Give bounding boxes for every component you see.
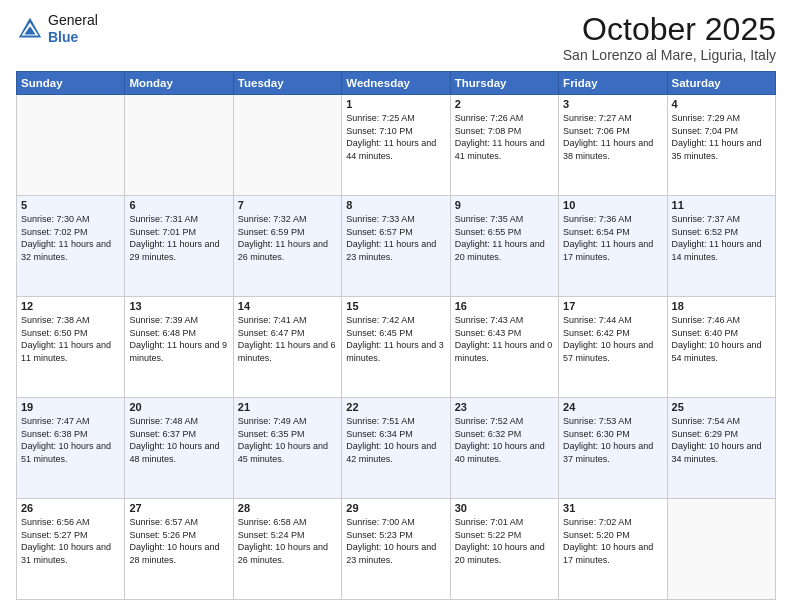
day-number: 11	[672, 199, 771, 211]
cell-info: Sunrise: 7:36 AM Sunset: 6:54 PM Dayligh…	[563, 213, 662, 263]
logo: General Blue	[16, 12, 98, 46]
table-row: 29Sunrise: 7:00 AM Sunset: 5:23 PM Dayli…	[342, 499, 450, 600]
table-row	[17, 95, 125, 196]
day-number: 15	[346, 300, 445, 312]
table-row: 10Sunrise: 7:36 AM Sunset: 6:54 PM Dayli…	[559, 196, 667, 297]
day-number: 25	[672, 401, 771, 413]
cell-info: Sunrise: 7:26 AM Sunset: 7:08 PM Dayligh…	[455, 112, 554, 162]
cell-info: Sunrise: 7:47 AM Sunset: 6:38 PM Dayligh…	[21, 415, 120, 465]
calendar-week-5: 26Sunrise: 6:56 AM Sunset: 5:27 PM Dayli…	[17, 499, 776, 600]
cell-info: Sunrise: 7:31 AM Sunset: 7:01 PM Dayligh…	[129, 213, 228, 263]
col-tuesday: Tuesday	[233, 72, 341, 95]
cell-info: Sunrise: 7:53 AM Sunset: 6:30 PM Dayligh…	[563, 415, 662, 465]
col-thursday: Thursday	[450, 72, 558, 95]
table-row: 11Sunrise: 7:37 AM Sunset: 6:52 PM Dayli…	[667, 196, 775, 297]
col-monday: Monday	[125, 72, 233, 95]
day-number: 31	[563, 502, 662, 514]
table-row: 14Sunrise: 7:41 AM Sunset: 6:47 PM Dayli…	[233, 297, 341, 398]
cell-info: Sunrise: 7:46 AM Sunset: 6:40 PM Dayligh…	[672, 314, 771, 364]
cell-info: Sunrise: 7:39 AM Sunset: 6:48 PM Dayligh…	[129, 314, 228, 364]
logo-general: General	[48, 12, 98, 29]
day-number: 28	[238, 502, 337, 514]
day-number: 20	[129, 401, 228, 413]
table-row: 21Sunrise: 7:49 AM Sunset: 6:35 PM Dayli…	[233, 398, 341, 499]
calendar-header-row: Sunday Monday Tuesday Wednesday Thursday…	[17, 72, 776, 95]
col-wednesday: Wednesday	[342, 72, 450, 95]
table-row: 13Sunrise: 7:39 AM Sunset: 6:48 PM Dayli…	[125, 297, 233, 398]
cell-info: Sunrise: 7:48 AM Sunset: 6:37 PM Dayligh…	[129, 415, 228, 465]
day-number: 19	[21, 401, 120, 413]
cell-info: Sunrise: 7:54 AM Sunset: 6:29 PM Dayligh…	[672, 415, 771, 465]
table-row: 31Sunrise: 7:02 AM Sunset: 5:20 PM Dayli…	[559, 499, 667, 600]
cell-info: Sunrise: 6:58 AM Sunset: 5:24 PM Dayligh…	[238, 516, 337, 566]
month-title: October 2025	[563, 12, 776, 47]
day-number: 18	[672, 300, 771, 312]
day-number: 22	[346, 401, 445, 413]
cell-info: Sunrise: 7:27 AM Sunset: 7:06 PM Dayligh…	[563, 112, 662, 162]
table-row: 4Sunrise: 7:29 AM Sunset: 7:04 PM Daylig…	[667, 95, 775, 196]
table-row: 9Sunrise: 7:35 AM Sunset: 6:55 PM Daylig…	[450, 196, 558, 297]
cell-info: Sunrise: 7:41 AM Sunset: 6:47 PM Dayligh…	[238, 314, 337, 364]
table-row: 25Sunrise: 7:54 AM Sunset: 6:29 PM Dayli…	[667, 398, 775, 499]
logo-icon	[16, 15, 44, 43]
table-row: 19Sunrise: 7:47 AM Sunset: 6:38 PM Dayli…	[17, 398, 125, 499]
calendar-week-2: 5Sunrise: 7:30 AM Sunset: 7:02 PM Daylig…	[17, 196, 776, 297]
calendar-week-3: 12Sunrise: 7:38 AM Sunset: 6:50 PM Dayli…	[17, 297, 776, 398]
day-number: 7	[238, 199, 337, 211]
day-number: 27	[129, 502, 228, 514]
day-number: 13	[129, 300, 228, 312]
day-number: 21	[238, 401, 337, 413]
table-row	[667, 499, 775, 600]
table-row: 17Sunrise: 7:44 AM Sunset: 6:42 PM Dayli…	[559, 297, 667, 398]
logo-blue: Blue	[48, 29, 98, 46]
day-number: 23	[455, 401, 554, 413]
cell-info: Sunrise: 7:51 AM Sunset: 6:34 PM Dayligh…	[346, 415, 445, 465]
cell-info: Sunrise: 7:02 AM Sunset: 5:20 PM Dayligh…	[563, 516, 662, 566]
day-number: 29	[346, 502, 445, 514]
cell-info: Sunrise: 7:49 AM Sunset: 6:35 PM Dayligh…	[238, 415, 337, 465]
day-number: 9	[455, 199, 554, 211]
logo-text: General Blue	[48, 12, 98, 46]
cell-info: Sunrise: 7:32 AM Sunset: 6:59 PM Dayligh…	[238, 213, 337, 263]
calendar-week-1: 1Sunrise: 7:25 AM Sunset: 7:10 PM Daylig…	[17, 95, 776, 196]
day-number: 26	[21, 502, 120, 514]
cell-info: Sunrise: 7:43 AM Sunset: 6:43 PM Dayligh…	[455, 314, 554, 364]
table-row	[125, 95, 233, 196]
day-number: 30	[455, 502, 554, 514]
day-number: 16	[455, 300, 554, 312]
table-row: 6Sunrise: 7:31 AM Sunset: 7:01 PM Daylig…	[125, 196, 233, 297]
day-number: 24	[563, 401, 662, 413]
day-number: 2	[455, 98, 554, 110]
cell-info: Sunrise: 7:44 AM Sunset: 6:42 PM Dayligh…	[563, 314, 662, 364]
col-friday: Friday	[559, 72, 667, 95]
col-saturday: Saturday	[667, 72, 775, 95]
day-number: 5	[21, 199, 120, 211]
cell-info: Sunrise: 7:29 AM Sunset: 7:04 PM Dayligh…	[672, 112, 771, 162]
table-row: 2Sunrise: 7:26 AM Sunset: 7:08 PM Daylig…	[450, 95, 558, 196]
day-number: 8	[346, 199, 445, 211]
day-number: 4	[672, 98, 771, 110]
day-number: 1	[346, 98, 445, 110]
table-row: 26Sunrise: 6:56 AM Sunset: 5:27 PM Dayli…	[17, 499, 125, 600]
col-sunday: Sunday	[17, 72, 125, 95]
title-block: October 2025 San Lorenzo al Mare, Liguri…	[563, 12, 776, 63]
table-row: 16Sunrise: 7:43 AM Sunset: 6:43 PM Dayli…	[450, 297, 558, 398]
page: General Blue October 2025 San Lorenzo al…	[0, 0, 792, 612]
table-row: 8Sunrise: 7:33 AM Sunset: 6:57 PM Daylig…	[342, 196, 450, 297]
table-row: 15Sunrise: 7:42 AM Sunset: 6:45 PM Dayli…	[342, 297, 450, 398]
calendar-week-4: 19Sunrise: 7:47 AM Sunset: 6:38 PM Dayli…	[17, 398, 776, 499]
cell-info: Sunrise: 7:01 AM Sunset: 5:22 PM Dayligh…	[455, 516, 554, 566]
table-row	[233, 95, 341, 196]
table-row: 7Sunrise: 7:32 AM Sunset: 6:59 PM Daylig…	[233, 196, 341, 297]
cell-info: Sunrise: 7:30 AM Sunset: 7:02 PM Dayligh…	[21, 213, 120, 263]
cell-info: Sunrise: 7:52 AM Sunset: 6:32 PM Dayligh…	[455, 415, 554, 465]
day-number: 14	[238, 300, 337, 312]
cell-info: Sunrise: 7:42 AM Sunset: 6:45 PM Dayligh…	[346, 314, 445, 364]
table-row: 5Sunrise: 7:30 AM Sunset: 7:02 PM Daylig…	[17, 196, 125, 297]
day-number: 17	[563, 300, 662, 312]
cell-info: Sunrise: 7:37 AM Sunset: 6:52 PM Dayligh…	[672, 213, 771, 263]
cell-info: Sunrise: 7:35 AM Sunset: 6:55 PM Dayligh…	[455, 213, 554, 263]
table-row: 3Sunrise: 7:27 AM Sunset: 7:06 PM Daylig…	[559, 95, 667, 196]
day-number: 12	[21, 300, 120, 312]
cell-info: Sunrise: 7:38 AM Sunset: 6:50 PM Dayligh…	[21, 314, 120, 364]
